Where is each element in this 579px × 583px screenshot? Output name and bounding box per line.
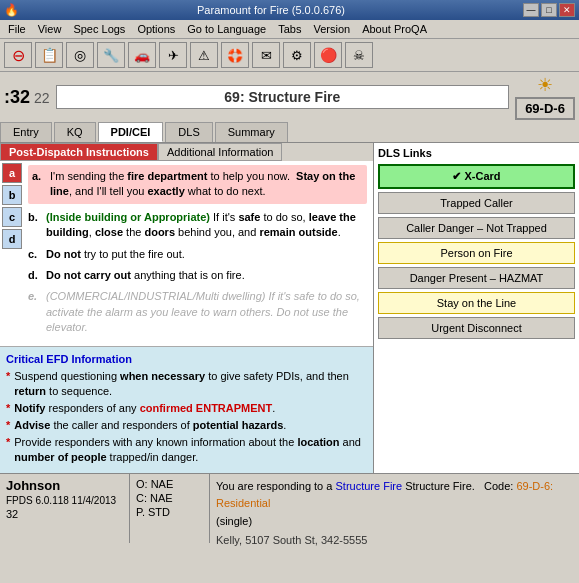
time-main: :32 — [4, 87, 30, 108]
unit-badge: 69-D-6 — [515, 97, 575, 120]
toolbar-skull-btn[interactable]: ☠ — [345, 42, 373, 68]
instruction-b-text: (Inside building or Appropriate) If it's… — [46, 210, 367, 241]
response-suffix: (single) — [216, 513, 573, 530]
title-bar: 🔥 Paramount for Fire (5.0.0.676) — □ ✕ — [0, 0, 579, 20]
tab-pdi-cei[interactable]: PDI/CEI — [98, 122, 164, 142]
mid-content: a b c d a. I'm sending the fire departme… — [0, 161, 373, 346]
response-text: You are responding to a Structure Fire S… — [216, 478, 573, 511]
content-area: Post-Dispatch Instructions Additional In… — [0, 143, 579, 473]
instruction-d: d. Do not carry out anything that is on … — [28, 268, 367, 283]
letter-btn-d[interactable]: d — [2, 229, 22, 249]
instruction-d-text: Do not carry out anything that is on fir… — [46, 268, 367, 283]
letter-btn-a[interactable]: a — [2, 163, 22, 183]
tab-dls[interactable]: DLS — [165, 122, 212, 142]
status-bar: Johnson FPDS 6.0.118 11/4/2013 32 O: NAE… — [0, 473, 579, 543]
critical-text-2: Notify responders of any confirmed ENTRA… — [14, 401, 275, 415]
dls-urgent-disconnect-btn[interactable]: Urgent Disconnect — [378, 317, 575, 339]
instruction-c: c. Do not try to put the fire out. — [28, 247, 367, 262]
dls-stay-on-line-btn[interactable]: Stay on the Line — [378, 292, 575, 314]
sub-tab-additional-info[interactable]: Additional Information — [158, 143, 282, 161]
dls-caller-danger-btn[interactable]: Caller Danger – Not Trapped — [378, 217, 575, 239]
tab-kq[interactable]: KQ — [54, 122, 96, 142]
status-name: Johnson — [6, 478, 123, 493]
response-prefix-2: Structure Fire. — [405, 480, 481, 492]
critical-text-3: Advise the caller and responders of pote… — [14, 418, 286, 432]
left-panel: Post-Dispatch Instructions Additional In… — [0, 143, 374, 473]
toolbar-red-circle-btn[interactable]: 🔴 — [314, 42, 342, 68]
status-right: You are responding to a Structure Fire S… — [210, 474, 579, 543]
critical-item-2: * Notify responders of any confirmed ENT… — [6, 401, 367, 415]
status-left: Johnson FPDS 6.0.118 11/4/2013 32 — [0, 474, 130, 543]
critical-item-1: * Suspend questioning when necessary to … — [6, 369, 367, 398]
response-prefix: You are responding to a — [216, 480, 332, 492]
instruction-e-label: e. — [28, 289, 42, 335]
menu-bar: File View Spec Logs Options Go to Langua… — [0, 20, 579, 39]
instruction-a-text: I'm sending the fire department to help … — [50, 169, 363, 200]
menu-spec-logs[interactable]: Spec Logs — [71, 22, 127, 36]
toolbar-stop-btn[interactable]: ⊖ — [4, 42, 32, 68]
dls-x-card-btn[interactable]: ✔ X-Card — [378, 164, 575, 189]
status-mid: O: NAE C: NAE P. STD — [130, 474, 210, 543]
instruction-d-label: d. — [28, 268, 42, 283]
toolbar-plane-btn[interactable]: ✈ — [159, 42, 187, 68]
critical-text-4: Provide responders with any known inform… — [14, 435, 367, 464]
instruction-b-label: b. — [28, 210, 42, 241]
right-panel: DLS Links ✔ X-Card Trapped Caller Caller… — [374, 143, 579, 473]
instruction-c-text: Do not try to put the fire out. — [46, 247, 367, 262]
app-icon: 🔥 — [4, 3, 19, 17]
status-number: 32 — [6, 508, 123, 520]
tab-entry[interactable]: Entry — [0, 122, 52, 142]
instruction-e: e. (COMMERCIAL/INDUSTRIAL/Multi dwelling… — [28, 289, 367, 335]
letter-btn-b[interactable]: b — [2, 185, 22, 205]
dispatch-icon: ☀ — [537, 74, 553, 96]
instruction-a-label: a. — [32, 169, 46, 200]
toolbar-car-btn[interactable]: 🚗 — [128, 42, 156, 68]
instruction-b: b. (Inside building or Appropriate) If i… — [28, 210, 367, 241]
maximize-button[interactable]: □ — [541, 3, 557, 17]
letter-buttons: a b c d — [0, 161, 22, 346]
instruction-e-text: (COMMERCIAL/INDUSTRIAL/Multi dwelling) I… — [46, 289, 367, 335]
critical-text-1: Suspend questioning when necessary to gi… — [14, 369, 367, 398]
menu-go-to-language[interactable]: Go to Language — [185, 22, 268, 36]
critical-section: Critical EFD Information * Suspend quest… — [0, 346, 373, 473]
toolbar-life-ring-btn[interactable]: 🛟 — [221, 42, 249, 68]
sub-tab-post-dispatch[interactable]: Post-Dispatch Instructions — [0, 143, 158, 161]
dls-danger-hazmat-btn[interactable]: Danger Present – HAZMAT — [378, 267, 575, 289]
menu-tabs[interactable]: Tabs — [276, 22, 303, 36]
main-header: :32 22 69: Structure Fire ☀ 69-D-6 — [0, 72, 579, 122]
letter-btn-c[interactable]: c — [2, 207, 22, 227]
code-label: Code: — [484, 480, 513, 492]
time-sub: 22 — [34, 90, 50, 106]
menu-about-proqa[interactable]: About ProQA — [360, 22, 429, 36]
dls-title: DLS Links — [378, 147, 575, 159]
time-display: :32 22 — [4, 87, 50, 108]
close-button[interactable]: ✕ — [559, 3, 575, 17]
toolbar-wrench-btn[interactable]: 🔧 — [97, 42, 125, 68]
toolbar-triangle-btn[interactable]: ⚠ — [190, 42, 218, 68]
menu-version[interactable]: Version — [311, 22, 352, 36]
instruction-c-label: c. — [28, 247, 42, 262]
menu-file[interactable]: File — [6, 22, 28, 36]
incident-type: Structure Fire — [335, 480, 402, 492]
critical-item-4: * Provide responders with any known info… — [6, 435, 367, 464]
status-details: FPDS 6.0.118 11/4/2013 — [6, 495, 123, 506]
status-c: C: NAE — [136, 492, 203, 504]
critical-item-3: * Advise the caller and responders of po… — [6, 418, 367, 432]
toolbar-doc-btn[interactable]: 📋 — [35, 42, 63, 68]
toolbar-circle-btn[interactable]: ◎ — [66, 42, 94, 68]
toolbar: ⊖ 📋 ◎ 🔧 🚗 ✈ ⚠ 🛟 ✉ ⚙ 🔴 ☠ — [0, 39, 579, 72]
dls-person-on-fire-btn[interactable]: Person on Fire — [378, 242, 575, 264]
toolbar-mail-btn[interactable]: ✉ — [252, 42, 280, 68]
toolbar-wrench2-btn[interactable]: ⚙ — [283, 42, 311, 68]
minimize-button[interactable]: — — [523, 3, 539, 17]
menu-view[interactable]: View — [36, 22, 64, 36]
menu-options[interactable]: Options — [135, 22, 177, 36]
address-line: Kelly, 5107 South St, 342-5555 — [216, 532, 573, 549]
instruction-a: a. I'm sending the fire department to he… — [28, 165, 367, 204]
dls-trapped-caller-btn[interactable]: Trapped Caller — [378, 192, 575, 214]
tabs-row: Entry KQ PDI/CEI DLS Summary — [0, 122, 579, 143]
status-p: P. STD — [136, 506, 203, 518]
critical-title: Critical EFD Information — [6, 353, 367, 365]
tab-summary[interactable]: Summary — [215, 122, 288, 142]
status-o: O: NAE — [136, 478, 203, 490]
